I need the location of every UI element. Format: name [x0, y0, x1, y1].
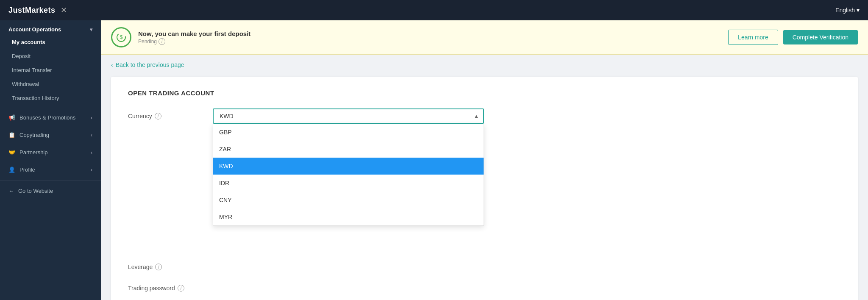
chevron-down-icon: ▾ — [857, 7, 860, 14]
currency-selected-value: KWD — [220, 113, 234, 119]
copy-icon: 📋 — [8, 132, 15, 138]
sidebar-item-internal-transfer[interactable]: Internal Transfer — [0, 63, 101, 77]
complete-verification-button[interactable]: Complete Verification — [783, 30, 858, 44]
currency-option-myr[interactable]: MYR — [213, 208, 484, 225]
top-navigation: JustMarkets ✕ English ▾ — [0, 0, 868, 20]
chevron-right-icon: ‹ — [91, 132, 92, 138]
sidebar: Account Operations ▾ My accounts Deposit… — [0, 20, 101, 300]
currency-control-area: KWD ▲ GBP ZAR KWD IDR — [213, 108, 484, 124]
profile-icon: 👤 — [8, 167, 15, 173]
svg-text:$: $ — [120, 34, 123, 40]
sidebar-item-go-to-website[interactable]: ← Go to Website — [0, 182, 101, 200]
sidebar-account-operations-label: Account Operations — [8, 26, 61, 33]
back-link[interactable]: ‹ Back to the previous page — [111, 61, 858, 68]
chevron-right-icon: ‹ — [91, 150, 92, 156]
trading-password-label: Trading password i — [128, 281, 213, 292]
sidebar-divider-1 — [0, 107, 101, 107]
trading-password-info-icon[interactable]: i — [178, 285, 184, 292]
info-icon: i — [159, 38, 165, 45]
content-area: $ Now, you can make your first deposit P… — [101, 20, 868, 300]
banner-text: Now, you can make your first deposit Pen… — [138, 30, 250, 45]
sidebar-item-bonuses-promotions[interactable]: 📢 Bonuses & Promotions ‹ — [0, 109, 101, 126]
currency-dropdown-list: GBP ZAR KWD IDR CNY MYR — [213, 124, 484, 226]
chevron-right-icon: ‹ — [91, 167, 92, 173]
leverage-row: Leverage i — [128, 259, 841, 270]
sidebar-item-withdrawal[interactable]: Withdrawal — [0, 77, 101, 91]
banner-left: $ Now, you can make your first deposit P… — [111, 27, 250, 47]
banner-title: Now, you can make your first deposit — [138, 30, 250, 37]
sidebar-item-account-operations[interactable]: Account Operations ▾ — [0, 20, 101, 35]
banner-icon: $ — [111, 27, 131, 47]
verification-banner: $ Now, you can make your first deposit P… — [101, 20, 868, 55]
currency-option-gbp[interactable]: GBP — [213, 124, 484, 141]
sidebar-item-copytrading[interactable]: 📋 Copytrading ‹ — [0, 126, 101, 144]
currency-info-icon[interactable]: i — [155, 113, 161, 119]
sidebar-item-my-accounts[interactable]: My accounts — [0, 35, 101, 49]
currency-option-idr[interactable]: IDR — [213, 175, 484, 192]
sidebar-item-profile[interactable]: 👤 Profile ‹ — [0, 161, 101, 178]
currency-label: Currency i — [128, 108, 213, 119]
language-label: English — [835, 7, 855, 14]
deposit-icon: $ — [116, 32, 126, 42]
learn-more-button[interactable]: Learn more — [728, 30, 778, 45]
logo-text: JustMarkets — [8, 6, 56, 15]
language-selector[interactable]: English ▾ — [835, 7, 860, 14]
chevron-down-icon: ▾ — [90, 27, 92, 33]
form-title: OPEN TRADING ACCOUNT — [128, 89, 841, 97]
megaphone-icon: 📢 — [8, 114, 15, 121]
currency-option-kwd[interactable]: KWD — [213, 158, 484, 175]
leverage-label: Leverage i — [128, 259, 213, 270]
currency-dropdown: KWD ▲ GBP ZAR KWD IDR — [213, 108, 484, 124]
arrow-left-icon: ← — [8, 188, 14, 194]
currency-row: Currency i KWD ▲ GBP — [128, 108, 841, 124]
currency-option-zar[interactable]: ZAR — [213, 141, 484, 158]
close-icon[interactable]: ✕ — [61, 6, 67, 15]
back-link-text: Back to the previous page — [116, 61, 184, 68]
leverage-info-icon[interactable]: i — [155, 264, 162, 270]
banner-actions: Learn more Complete Verification — [728, 30, 858, 45]
chevron-right-icon: ‹ — [91, 115, 92, 121]
open-trading-account-card: OPEN TRADING ACCOUNT Currency i KWD ▲ — [111, 77, 858, 300]
main-layout: Account Operations ▾ My accounts Deposit… — [0, 20, 868, 300]
logo-area: JustMarkets ✕ — [8, 6, 67, 15]
trading-password-row: Trading password i — [128, 281, 841, 292]
sidebar-item-transaction-history[interactable]: Transaction History — [0, 91, 101, 105]
sidebar-item-partnership[interactable]: 🤝 Partnership ‹ — [0, 144, 101, 161]
banner-pending: Pending i — [138, 38, 250, 45]
chevron-left-icon: ‹ — [111, 61, 113, 68]
currency-option-cny[interactable]: CNY — [213, 192, 484, 208]
partnership-icon: 🤝 — [8, 149, 15, 156]
currency-dropdown-selected[interactable]: KWD — [213, 108, 484, 124]
sidebar-item-deposit[interactable]: Deposit — [0, 49, 101, 63]
sidebar-divider-2 — [0, 180, 101, 181]
page-content: ‹ Back to the previous page OPEN TRADING… — [101, 55, 868, 300]
